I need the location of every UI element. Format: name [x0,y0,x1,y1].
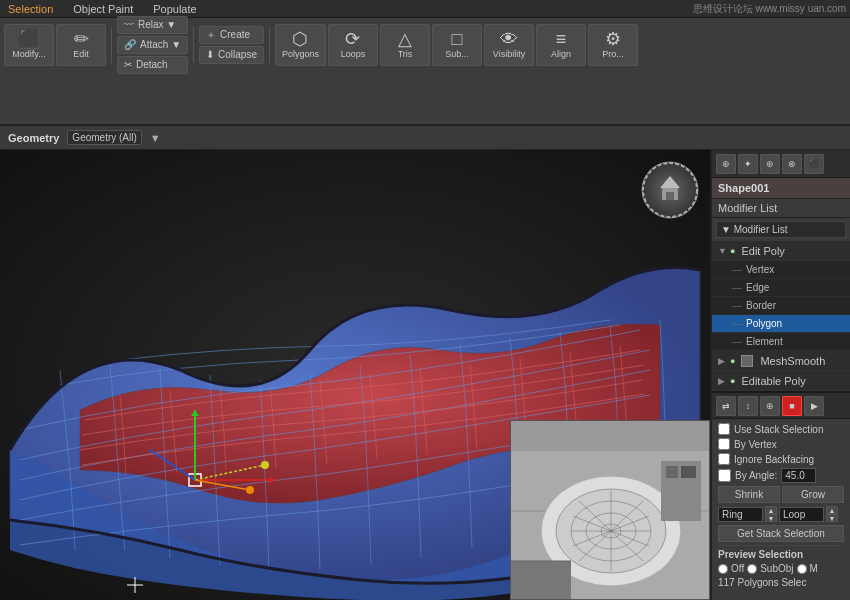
panel-tool-circle[interactable]: ⊛ [760,154,780,174]
ring-spinner: ▲ ▼ [765,506,777,522]
get-stack-button[interactable]: Get Stack Selection [718,525,844,542]
collapse-icon: ⬇ [206,49,214,60]
menu-populate[interactable]: Populate [149,3,200,15]
expand-icon-3: ▶ [718,376,726,386]
modifier-meshsmooth-light: ● [730,356,735,366]
panel-tool-star[interactable]: ✦ [738,154,758,174]
visibility-button[interactable]: 👁 Visibility [484,24,534,66]
object-name: Shape001 [712,178,850,199]
panel-tool-square[interactable]: ⬛ [804,154,824,174]
off-radio[interactable] [718,564,728,574]
loop-up[interactable]: ▲ [826,506,838,514]
grow-button[interactable]: Grow [782,486,844,503]
sub-icon: □ [452,30,463,48]
panel-tool-3[interactable]: ⊕ [760,396,780,416]
modifier-editable-poly[interactable]: ▶ ● Editable Poly [712,371,850,391]
shrink-button[interactable]: Shrink [718,486,780,503]
toolbar-row-1: ⬛ Modify... ✏ Edit 〰 Relax ▼ 🔗 Attach ▼ … [0,18,850,71]
sub-dash-4: — [732,318,742,329]
geometry-dropdown[interactable]: Geometry (All) [67,130,141,145]
sub-dash: — [732,264,742,275]
modifier-meshsmooth-label: MeshSmooth [760,355,825,367]
align-label: Align [551,49,571,59]
sub-element[interactable]: — Element [712,333,850,351]
collapse-label: Collapse [218,49,257,60]
by-angle-input[interactable] [781,468,816,483]
polygons-button[interactable]: ⬡ Polygons [275,24,326,66]
sub-polygon[interactable]: — Polygon [712,315,850,333]
sub-edge[interactable]: — Edge [712,279,850,297]
ring-up[interactable]: ▲ [765,506,777,514]
menu-selection[interactable]: Selection [4,3,57,15]
menu-object-paint[interactable]: Object Paint [69,3,137,15]
modifier-editable-light: ● [730,376,735,386]
sub-border-label: Border [746,300,776,311]
collapse-button[interactable]: ⬇ Collapse [199,46,264,64]
modifier-edit-poly[interactable]: ▼ ● Edit Poly [712,241,850,261]
tris-label: Tris [398,49,413,59]
panel-tool-2[interactable]: ↕ [738,396,758,416]
modifier-edit-poly-label: Edit Poly [741,245,784,257]
sub-dash-2: — [732,282,742,293]
pro-button[interactable]: ⚙ Pro... [588,24,638,66]
selection-section: Use Stack Selection By Vertex Ignore Bac… [712,419,850,592]
ignore-backfacing-label: Ignore Backfacing [734,454,814,465]
panel-tool-5[interactable]: ▶ [804,396,824,416]
relax-label: Relax ▼ [138,19,176,30]
align-button[interactable]: ≡ Align [536,24,586,66]
pro-label: Pro... [602,49,624,59]
edit-label: Edit [73,49,89,59]
modifier-light-icon: ● [730,246,735,256]
subobj-radio[interactable] [747,564,757,574]
loop-spinner: ▲ ▼ [826,506,838,522]
loops-button[interactable]: ⟳ Loops [328,24,378,66]
svg-rect-35 [681,466,696,478]
panel-tool-cross[interactable]: ⊗ [782,154,802,174]
sub-vertex[interactable]: — Vertex [712,261,850,279]
toolbar: ⬛ Modify... ✏ Edit 〰 Relax ▼ 🔗 Attach ▼ … [0,18,850,126]
loop-down[interactable]: ▼ [826,514,838,522]
modifier-meshsmooth[interactable]: ▶ ● MeshSmooth [712,351,850,371]
panel-tool-pin[interactable]: ⊕ [716,154,736,174]
m-radio[interactable] [797,564,807,574]
panel-tool-1[interactable]: ⇄ [716,396,736,416]
edit-icon: ✏ [74,30,89,48]
geometry-bar: Geometry Geometry (All) ▼ [0,126,850,150]
meshsmooth-icon [741,355,753,367]
subobj-label: SubObj [760,563,793,574]
ignore-backfacing-checkbox[interactable] [718,453,730,465]
modifier-sub-items: — Vertex — Edge — Border — Polygon — E [712,261,850,351]
ring-down[interactable]: ▼ [765,514,777,522]
edit-button[interactable]: ✏ Edit [56,24,106,66]
nav-gizmo[interactable] [640,160,700,220]
create-button[interactable]: ＋ Create [199,26,264,44]
viewport[interactable] [0,150,710,600]
shrink-grow-row: Shrink Grow [718,486,844,503]
svg-point-8 [261,461,269,469]
geometry-label: Geometry [8,132,59,144]
use-stack-checkbox[interactable] [718,423,730,435]
preview-radio-row: Off SubObj M [718,563,844,574]
tris-button[interactable]: △ Tris [380,24,430,66]
relax-button[interactable]: 〰 Relax ▼ [117,16,188,34]
modifier-editable-poly-label: Editable Poly [741,375,805,387]
by-vertex-checkbox[interactable] [718,438,730,450]
ring-input[interactable] [718,507,763,522]
sub-button[interactable]: □ Sub... [432,24,482,66]
by-angle-checkbox[interactable] [718,469,731,482]
sub-border[interactable]: — Border [712,297,850,315]
detach-button[interactable]: ✂ Detach [117,56,188,74]
modifier-list-dropdown[interactable]: ▼ Modifier List [716,221,846,238]
picture-in-picture [510,420,710,600]
loop-input[interactable] [779,507,824,522]
modify-button[interactable]: ⬛ Modify... [4,24,54,66]
modifier-list-label: Modifier List [712,199,850,218]
panel-tool-active[interactable]: ■ [782,396,802,416]
use-stack-label: Use Stack Selection [734,424,824,435]
sub-dash-3: — [732,300,742,311]
ring-loop-row: ▲ ▼ ▲ ▼ [718,506,844,522]
divider-3 [269,27,270,63]
attach-button[interactable]: 🔗 Attach ▼ [117,36,188,54]
loops-icon: ⟳ [345,30,360,48]
detach-icon: ✂ [124,59,132,70]
